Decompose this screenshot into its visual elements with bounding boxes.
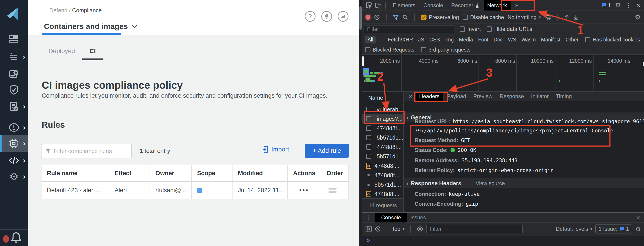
import-har-icon[interactable] bbox=[564, 14, 570, 20]
type-filter-wasm[interactable]: Wasm bbox=[521, 37, 536, 43]
type-filter-other[interactable]: Other bbox=[566, 37, 578, 43]
console-sidebar-toggle-icon[interactable] bbox=[366, 226, 372, 232]
type-filter-all[interactable]: All bbox=[364, 36, 376, 43]
clear-console-icon[interactable] bbox=[375, 226, 381, 232]
close-details-icon[interactable]: × bbox=[406, 93, 416, 100]
sidebar-item-defend-shield[interactable] bbox=[0, 82, 28, 97]
usage-button[interactable] bbox=[338, 11, 348, 22]
search-icon[interactable] bbox=[402, 14, 408, 20]
console-filter-input[interactable]: Filter bbox=[426, 225, 523, 233]
devtools-close-icon[interactable]: × bbox=[636, 1, 640, 9]
filter-funnel-icon[interactable] bbox=[393, 14, 399, 20]
cell-actions[interactable]: ••• bbox=[288, 182, 321, 199]
type-filter-img[interactable]: Img bbox=[445, 37, 454, 43]
twistlock-logo-icon[interactable] bbox=[6, 5, 22, 22]
type-filter-manifest[interactable]: Manifest bbox=[541, 37, 560, 43]
devtools-menu-icon[interactable]: ⋮ bbox=[626, 2, 632, 8]
actions-menu-icon[interactable]: ••• bbox=[299, 187, 309, 194]
request-list-header[interactable]: Name bbox=[362, 92, 404, 104]
console-prompt[interactable]: > bbox=[362, 236, 644, 246]
request-row[interactable]: 5b571d1... bbox=[362, 180, 403, 189]
request-row[interactable]: <> 4748d8f... bbox=[362, 189, 403, 199]
response-headers-section-header[interactable]: ▾ Response Headers View source bbox=[404, 178, 644, 188]
request-row-selected[interactable]: images?... bbox=[362, 114, 403, 123]
request-row[interactable]: 5b571d1... bbox=[362, 152, 403, 161]
issues-badge[interactable]: 1 bbox=[601, 2, 611, 8]
tab-preview[interactable]: Preview bbox=[470, 92, 496, 101]
tab-headers[interactable]: Headers bbox=[416, 92, 443, 101]
type-filter-css[interactable]: CSS bbox=[430, 37, 440, 43]
context-selector[interactable]: top ▾ bbox=[393, 226, 404, 232]
request-row[interactable]: 4748d8f... bbox=[362, 171, 403, 180]
inspect-icon[interactable] bbox=[366, 2, 372, 9]
hide-data-urls-checkbox[interactable]: Hide data URLs bbox=[486, 26, 532, 32]
devtools-settings-gear-icon[interactable]: ⚙ bbox=[615, 2, 621, 9]
type-filter-font[interactable]: Font bbox=[478, 37, 488, 43]
tab-network[interactable]: Network bbox=[484, 0, 510, 10]
third-party-checkbox[interactable]: 3rd-party requests bbox=[421, 47, 470, 53]
bell-icon[interactable] bbox=[10, 231, 22, 244]
drag-handle-icon[interactable] bbox=[328, 188, 341, 193]
invert-checkbox[interactable]: Invert bbox=[460, 26, 481, 32]
help-button[interactable]: ? bbox=[305, 11, 316, 22]
page-scrollbar[interactable] bbox=[359, 0, 362, 246]
tab-payload[interactable]: Payload bbox=[443, 92, 470, 101]
cell-rule-name[interactable]: Default 423 - alert ... bbox=[42, 182, 109, 199]
sidebar-item-radar[interactable]: › bbox=[0, 49, 28, 64]
network-filter-input[interactable]: Filter bbox=[364, 25, 454, 33]
request-row[interactable]: 4748d8f... bbox=[362, 123, 403, 133]
type-filter-ws[interactable]: WS bbox=[508, 37, 516, 43]
tab-elements[interactable]: Elements bbox=[389, 0, 419, 10]
network-settings-gear-icon[interactable]: ⚙ bbox=[635, 14, 641, 21]
type-filter-js[interactable]: JS bbox=[418, 37, 424, 43]
sidebar-item-dashboard[interactable] bbox=[0, 32, 28, 47]
drawer-close-icon[interactable]: × bbox=[632, 214, 644, 221]
sidebar-item-settings[interactable]: ⚙ › bbox=[0, 169, 28, 184]
notifications-button[interactable] bbox=[321, 11, 332, 22]
clear-icon[interactable] bbox=[374, 14, 380, 20]
drawer-tab-console[interactable]: Console bbox=[375, 213, 407, 223]
sidebar-item-defend-active[interactable]: › bbox=[0, 135, 28, 152]
network-overview-timeline[interactable]: 2000 ms 4000 ms 6000 ms 8000 ms 10000 ms… bbox=[362, 55, 644, 92]
type-filter-media[interactable]: Media bbox=[459, 37, 473, 43]
console-settings-gear-icon[interactable]: ⚙ bbox=[635, 226, 641, 232]
sidebar-item-compliance[interactable]: › bbox=[0, 99, 28, 114]
drawer-menu-icon[interactable]: ⋮ bbox=[362, 215, 375, 221]
scrollbar-thumb[interactable] bbox=[360, 6, 362, 30]
disable-cache-checkbox[interactable]: Disable cache bbox=[462, 14, 504, 20]
tab-timing[interactable]: Timing bbox=[552, 92, 576, 101]
type-filter-doc[interactable]: Doc bbox=[494, 37, 503, 43]
sidebar-item-investigate[interactable] bbox=[0, 67, 28, 82]
timeline-left-handle[interactable] bbox=[362, 56, 364, 66]
export-har-icon[interactable] bbox=[573, 14, 578, 20]
view-source-link[interactable]: View source bbox=[476, 180, 505, 186]
cell-order[interactable] bbox=[321, 182, 348, 199]
issue-counter[interactable]: 1 Issue: 1 bbox=[595, 225, 632, 234]
request-row[interactable]: 4748d8f... bbox=[362, 142, 403, 152]
blocked-requests-checkbox[interactable]: Blocked Requests bbox=[365, 47, 414, 53]
request-row[interactable]: <> 4748d8f... bbox=[362, 161, 403, 171]
sidebar-item-alerts[interactable]: › bbox=[0, 120, 28, 135]
has-blocked-cookies-checkbox[interactable]: Has blocked cookies bbox=[585, 37, 640, 43]
import-button[interactable]: Import bbox=[262, 146, 289, 153]
compliance-filter-input[interactable]: Filter compliance rules bbox=[41, 144, 132, 158]
record-icon[interactable] bbox=[366, 15, 370, 20]
collection-dropdown[interactable]: Containers and images bbox=[44, 22, 137, 31]
tab-initiator[interactable]: Initiator bbox=[528, 92, 552, 101]
type-filter-fetch[interactable]: Fetch/XHR bbox=[388, 37, 413, 43]
throttling-dropdown[interactable]: No throttling ▾ bbox=[508, 14, 541, 20]
sidebar-item-code[interactable]: › bbox=[0, 153, 28, 168]
tab-recorder[interactable]: Recorder bbox=[448, 0, 483, 10]
breadcrumb-parent[interactable]: Defend bbox=[49, 7, 68, 13]
more-tabs-chevron[interactable]: » bbox=[512, 0, 522, 10]
timeline-right-handle[interactable] bbox=[643, 62, 644, 66]
tab-response[interactable]: Response bbox=[496, 92, 528, 101]
tab-console[interactable]: Console bbox=[420, 0, 447, 10]
preserve-log-checkbox[interactable]: Preserve log bbox=[421, 14, 459, 20]
request-row[interactable]: vulnerab... bbox=[362, 105, 403, 114]
drawer-tab-issues[interactable]: Issues bbox=[407, 213, 430, 223]
log-levels-dropdown[interactable]: Default levels ▾ bbox=[556, 226, 592, 232]
network-conditions-icon[interactable] bbox=[544, 14, 551, 20]
device-toolbar-icon[interactable] bbox=[375, 2, 382, 9]
request-row[interactable]: 5b571d1... bbox=[362, 133, 403, 142]
